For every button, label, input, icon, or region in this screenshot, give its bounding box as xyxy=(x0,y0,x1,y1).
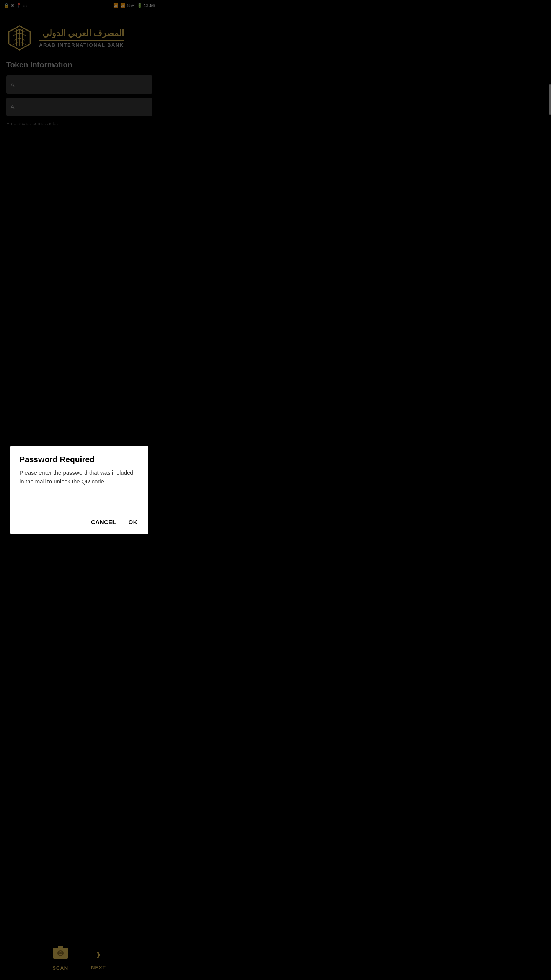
dialog-overlay: Password Required Please enter the passw… xyxy=(0,0,158,282)
